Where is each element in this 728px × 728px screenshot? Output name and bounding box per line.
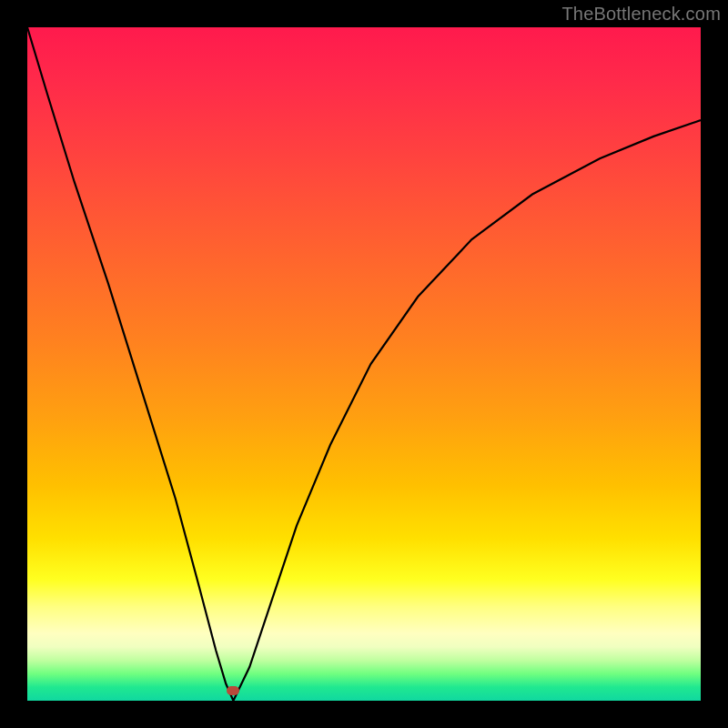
optimal-marker xyxy=(227,686,239,695)
watermark-text: TheBottleneck.com xyxy=(561,4,721,25)
chart-frame: TheBottleneck.com xyxy=(0,0,728,728)
curve-svg xyxy=(27,27,701,701)
plot-area xyxy=(27,27,701,701)
bottleneck-curve xyxy=(27,27,701,701)
